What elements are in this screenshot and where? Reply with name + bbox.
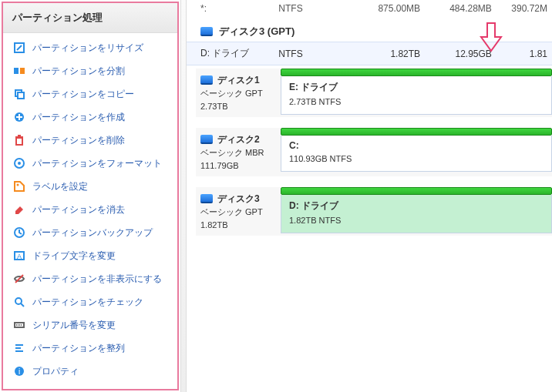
partition-area[interactable]: E: ドライブ 2.73TB NTFS (281, 69, 552, 117)
drive-info: 2.73TB NTFS (289, 97, 544, 106)
svg-text:A: A (17, 253, 22, 260)
disk-icon (200, 135, 213, 144)
row-fs: NTFS (274, 42, 353, 65)
row-free: 1.81 (496, 42, 552, 65)
sidebar-item-check[interactable]: パーティションをチェック (3, 290, 177, 313)
partition-bar (281, 187, 552, 195)
sidebar-item-backup[interactable]: パーティションバックアップ (3, 221, 177, 244)
sidebar-item-split[interactable]: パーティションを分割 (3, 59, 177, 82)
sidebar-item-align[interactable]: パーティションを整列 (3, 337, 177, 360)
sidebar-item-label: パーティションをリサイズ (32, 42, 143, 55)
disk-name: ディスク2 (217, 132, 260, 146)
disk-info: ディスク3 ベーシック GPT 1.82TB (196, 187, 281, 236)
disk-icon (200, 27, 213, 36)
sidebar-title: パーティション処理 (3, 3, 177, 33)
sidebar-item-label[interactable]: ラベルを設定 (3, 175, 177, 198)
disk3-section-header[interactable]: ディスク3 (GPT) (187, 17, 552, 42)
sidebar-item-label: パーティションを整列 (32, 342, 125, 355)
partition-row[interactable]: *: NTFS 875.00MB 484.28MB 390.72M (187, 0, 552, 17)
partition-table-2: D: ドライブ NTFS 1.82TB 12.95GB 1.81 (187, 42, 552, 65)
serial-icon (12, 318, 26, 332)
sidebar-item-label: パーティションをフォーマット (32, 157, 162, 170)
sidebar-item-resize[interactable]: パーティションをリサイズ (3, 36, 177, 59)
erase-icon (12, 203, 26, 216)
partition-bar (281, 69, 552, 76)
sidebar-item-format[interactable]: パーティションをフォーマット (3, 152, 177, 175)
row-label: *: (187, 0, 274, 17)
disk-map: ディスク1 ベーシック GPT 2.73TB E: ドライブ 2.73TB NT… (187, 69, 552, 254)
disk-type: ベーシック GPT (200, 206, 278, 219)
svg-line-15 (21, 303, 24, 307)
main-pane: *: NTFS 875.00MB 484.28MB 390.72M ディスク3 … (187, 0, 552, 392)
partition-body: D: ドライブ 1.82TB NTFS (281, 195, 552, 233)
sidebar-item-copy[interactable]: パーティションをコピー (3, 82, 177, 106)
sidebar-item-label: パーティションを作成 (32, 111, 125, 124)
sidebar-item-letter[interactable]: Aドライブ文字を変更 (3, 244, 177, 267)
row-free: 390.72M (496, 0, 552, 17)
row-fs: NTFS (274, 0, 353, 17)
disk-size: 111.79GB (200, 159, 278, 173)
sidebar-item-label: ドライブ文字を変更 (32, 250, 116, 263)
sidebar-item-label: シリアル番号を変更 (32, 319, 116, 332)
copy-icon (12, 87, 26, 101)
sidebar-item-label: プロパティ (32, 365, 79, 378)
resize-icon (12, 41, 26, 55)
svg-rect-6 (16, 138, 22, 145)
sidebar-item-label: パーティションを削除 (32, 134, 125, 147)
sidebar-item-label: パーティションを非表示にする (32, 273, 162, 286)
svg-point-14 (15, 298, 22, 304)
sidebar-item-props[interactable]: iプロパティ (3, 360, 177, 383)
check-icon (12, 295, 26, 309)
partition-area[interactable]: D: ドライブ 1.82TB NTFS (281, 187, 552, 236)
sidebar-list: パーティションをリサイズパーティションを分割パーティションをコピーパーティション… (3, 33, 177, 386)
pane-divider[interactable] (180, 0, 187, 392)
sidebar-item-label: パーティションをチェック (32, 296, 143, 309)
sidebar-item-serial[interactable]: シリアル番号を変更 (3, 313, 177, 337)
delete-icon (12, 133, 26, 147)
props-icon: i (12, 364, 26, 378)
row-used: 484.28MB (425, 0, 496, 17)
svg-rect-1 (14, 68, 19, 74)
disk-size: 1.82TB (200, 219, 278, 232)
svg-rect-2 (20, 68, 25, 74)
align-icon (12, 341, 26, 355)
drive-info: 1.82TB NTFS (289, 216, 544, 225)
disk3-title: ディスク3 (GPT) (219, 25, 295, 39)
sidebar-item-label: パーティションを分割 (32, 65, 125, 78)
disk-icon (200, 75, 213, 85)
disk-name: ディスク1 (217, 73, 260, 87)
svg-text:i: i (19, 367, 20, 376)
sidebar-item-create[interactable]: パーティションを作成 (3, 106, 177, 129)
disk-block-2[interactable]: ディスク2 ベーシック MBR 111.79GB C: 110.93GB NTF… (196, 128, 552, 176)
sidebar-item-label: パーティションバックアップ (32, 226, 153, 240)
disk-info: ディスク1 ベーシック GPT 2.73TB (196, 69, 281, 117)
svg-point-9 (17, 184, 19, 186)
sidebar-item-erase[interactable]: パーティションを消去 (3, 198, 177, 221)
disk-block-3[interactable]: ディスク3 ベーシック GPT 1.82TB D: ドライブ 1.82TB NT… (196, 187, 552, 236)
disk-block-1[interactable]: ディスク1 ベーシック GPT 2.73TB E: ドライブ 2.73TB NT… (196, 69, 552, 117)
disk-type: ベーシック MBR (200, 146, 278, 159)
partition-bar (281, 128, 552, 136)
partition-body: C: 110.93GB NTFS (281, 136, 552, 172)
svg-point-8 (18, 162, 21, 165)
disk-name: ディスク3 (217, 192, 260, 206)
partition-area[interactable]: C: 110.93GB NTFS (281, 128, 552, 176)
sidebar-item-hide[interactable]: パーティションを非表示にする (3, 267, 177, 290)
partition-table: *: NTFS 875.00MB 484.28MB 390.72M (187, 0, 552, 17)
svg-rect-4 (18, 92, 24, 99)
disk-size: 2.73TB (200, 100, 278, 113)
format-icon (12, 156, 26, 170)
row-label: D: ドライブ (187, 42, 274, 65)
row-size: 875.00MB (353, 0, 425, 17)
partition-row-selected[interactable]: D: ドライブ NTFS 1.82TB 12.95GB 1.81 (187, 42, 552, 65)
backup-icon (12, 226, 26, 240)
disk-type: ベーシック GPT (200, 87, 278, 100)
disk-info: ディスク2 ベーシック MBR 111.79GB (196, 128, 281, 176)
sidebar-item-delete[interactable]: パーティションを削除 (3, 129, 177, 152)
drive-label: C: (289, 140, 544, 151)
sidebar-item-label: ラベルを設定 (32, 180, 88, 193)
drive-label: D: ドライブ (289, 199, 544, 213)
sidebar-item-label: パーティションを消去 (32, 203, 125, 216)
split-icon (12, 64, 26, 78)
drive-info: 110.93GB NTFS (289, 154, 544, 163)
